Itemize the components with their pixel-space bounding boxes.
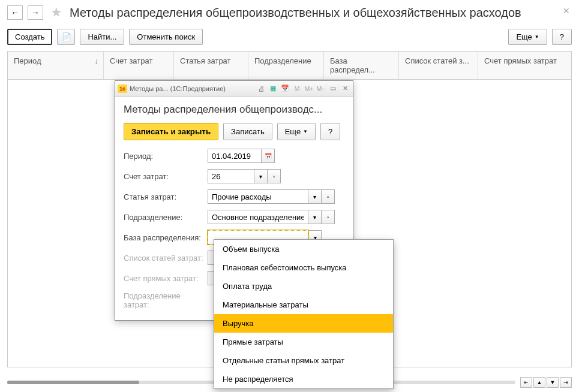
account-dropdown-icon[interactable]: ▾	[254, 169, 268, 183]
grid-icon[interactable]: ▦	[268, 83, 278, 94]
scroll-first-button[interactable]: ⇤	[520, 377, 532, 388]
close-icon[interactable]: ✕	[563, 6, 570, 16]
dialog-titlebar-text: Методы ра... (1С:Предприятие)	[130, 85, 226, 92]
direct-acc-label: Счет прямых затрат:	[124, 274, 208, 283]
dropdown-item-selected[interactable]: Выручка	[214, 314, 393, 333]
base-label: База распределения:	[124, 233, 208, 242]
list-label: Список статей затрат:	[124, 254, 208, 263]
favorite-star-icon[interactable]: ★	[50, 5, 62, 20]
period-input[interactable]	[208, 149, 262, 163]
dialog-more-button[interactable]: Еще▼	[277, 123, 316, 140]
dept-cost-label: Подразделение затрат:	[124, 291, 208, 309]
sort-arrow-icon: ↓	[95, 56, 99, 65]
dropdown-item[interactable]: Объем выпуска	[214, 240, 393, 258]
dropdown-item[interactable]: Прямые затраты	[214, 333, 393, 351]
account-input[interactable]	[208, 169, 254, 183]
close-dialog-icon[interactable]: ✕	[340, 83, 350, 94]
save-and-close-button[interactable]: Записать и закрыть	[124, 123, 218, 140]
help-button[interactable]: ?	[552, 29, 572, 45]
dropdown-item[interactable]: Оплата труда	[214, 277, 393, 295]
table-header: Период↓ Счет затрат Статья затрат Подраз…	[7, 51, 572, 80]
copy-icon-button[interactable]: 📄	[57, 29, 75, 45]
dialog-help-button[interactable]: ?	[320, 123, 340, 140]
scroll-down-button[interactable]: ▼	[547, 377, 559, 388]
find-button[interactable]: Найти...	[80, 29, 124, 45]
create-button[interactable]: Создать	[7, 29, 52, 45]
col-base[interactable]: База распредел...	[324, 52, 399, 79]
calendar-icon[interactable]: 📅	[280, 83, 290, 94]
scroll-last-button[interactable]: ⇥	[560, 377, 572, 388]
col-direct[interactable]: Счет прямых затрат	[478, 52, 571, 79]
col-account[interactable]: Счет затрат	[104, 52, 174, 79]
dialog-titlebar[interactable]: 1c Методы ра... (1С:Предприятие) 🖨 ▦ 📅 M…	[115, 81, 353, 97]
period-label: Период:	[124, 152, 208, 161]
dropdown-item[interactable]: Плановая себестоимость выпуска	[214, 258, 393, 277]
m-minus-icon[interactable]: M−	[316, 83, 326, 94]
m-plus-icon[interactable]: M+	[304, 83, 314, 94]
save-button[interactable]: Записать	[223, 123, 272, 140]
col-dept[interactable]: Подразделение	[248, 52, 324, 79]
app-logo-icon: 1c	[118, 85, 127, 93]
dept-input[interactable]	[208, 210, 308, 224]
print-icon[interactable]: 🖨	[256, 83, 266, 94]
nav-back-button[interactable]: ←	[7, 5, 23, 20]
dialog-title: Методы распределения общепроизводс...	[124, 104, 344, 116]
page-title: Методы распределения общепроизводственны…	[70, 6, 521, 20]
base-dropdown-list: Объем выпуска Плановая себестоимость вып…	[214, 239, 394, 389]
scroll-up-button[interactable]: ▲	[533, 377, 545, 388]
m-icon[interactable]: M	[292, 83, 302, 94]
col-list[interactable]: Список статей з...	[399, 52, 478, 79]
article-label: Статья затрат:	[124, 192, 208, 201]
more-button[interactable]: Еще▼	[508, 29, 547, 45]
article-dropdown-icon[interactable]: ▾	[308, 189, 322, 204]
nav-forward-button[interactable]: →	[28, 5, 43, 20]
dropdown-item[interactable]: Не распределяется	[214, 370, 393, 388]
col-period[interactable]: Период↓	[8, 52, 104, 79]
dropdown-item[interactable]: Отдельные статьи прямых затрат	[214, 351, 393, 370]
account-open-icon[interactable]: ▫	[268, 169, 281, 183]
col-article[interactable]: Статья затрат	[174, 52, 248, 79]
calendar-picker-icon[interactable]: 📅	[262, 149, 275, 163]
account-label: Счет затрат:	[124, 172, 208, 181]
dropdown-item[interactable]: Материальные затраты	[214, 295, 393, 314]
minimize-icon[interactable]: ▭	[328, 83, 338, 94]
dept-dropdown-icon[interactable]: ▾	[308, 210, 322, 224]
dept-label: Подразделение:	[124, 213, 208, 222]
cancel-search-button[interactable]: Отменить поиск	[129, 29, 203, 45]
article-input[interactable]	[208, 189, 308, 204]
dept-open-icon[interactable]: ▫	[322, 210, 335, 224]
article-open-icon[interactable]: ▫	[322, 189, 335, 204]
